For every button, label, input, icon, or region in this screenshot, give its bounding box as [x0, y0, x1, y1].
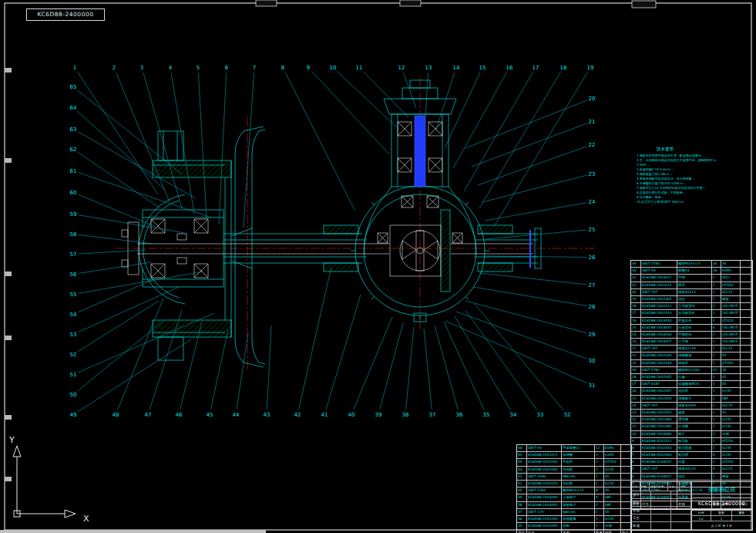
callout-number: 58	[70, 231, 77, 238]
bom-cell: 20	[631, 360, 641, 366]
bom-cell: 39	[517, 494, 527, 501]
callout-number: 33	[537, 412, 544, 418]
bom-cell: 螺栓M14×1.5	[677, 261, 712, 267]
bom-row: 33GB/T 93垫圈141665Mn	[631, 268, 752, 275]
callout-number: 63	[70, 127, 77, 133]
bom-cell: 15	[631, 396, 641, 402]
bom-cell: KC6D88-2402011	[641, 303, 677, 309]
bom-cell: 代号	[527, 530, 562, 533]
bom-cell: 08F	[721, 396, 741, 402]
bom-cell: 螺栓M12×40	[677, 367, 712, 373]
callout-number: 64	[70, 105, 77, 111]
leader-line	[337, 71, 399, 130]
cad-window: 1234567891011121314151617181920212223242…	[0, 0, 756, 533]
titleblock-roles: 设计校核审核工艺批准	[631, 491, 691, 530]
bom-cell: KC6D88-2401085	[641, 423, 677, 430]
titleblock-empty-cell	[651, 491, 671, 499]
bom-cell: KC6D88-2403021	[641, 275, 677, 281]
bom-cell: 油封	[677, 474, 712, 480]
bom-cell: 差速器壳	[677, 318, 712, 324]
titleblock-empty-cell	[651, 507, 671, 514]
bom-cell: 名称	[562, 530, 595, 533]
bom-row: 42GB/T 1096键8×40145	[517, 474, 631, 481]
bom-cell: KC6D88-2401015	[641, 282, 677, 288]
leader-line	[482, 175, 586, 202]
bom-cell: 65Mn	[604, 445, 621, 451]
bom-cell: Q235	[604, 516, 621, 522]
bom-cell: 主动锥齿轮	[677, 303, 712, 309]
leader-line	[78, 152, 160, 208]
bom-cell: 4	[712, 325, 721, 331]
bom-cell: 1	[712, 423, 721, 430]
leader-line	[78, 339, 191, 412]
leader-line	[326, 295, 361, 410]
bom-row: 26KC6D88-2403050差速器壳1QT420	[631, 318, 752, 325]
callout-number: 39	[375, 412, 382, 418]
leader-line	[78, 313, 214, 373]
bom-cell	[741, 459, 752, 465]
bom-row: 35KC6D88-2401095衬垫1石棉	[517, 523, 631, 530]
bom-cell: 14	[631, 403, 641, 409]
bom-cell: GB/T 297	[641, 289, 677, 295]
callout-number: 48	[113, 412, 119, 418]
bom-cell: 2	[712, 332, 721, 338]
leader-line	[425, 73, 428, 116]
leader-line	[475, 304, 564, 410]
bom-cell: 1	[712, 339, 721, 345]
leader-line	[78, 279, 154, 312]
callout-number: 59	[70, 211, 77, 218]
bom-cell: 20CrMnTi	[721, 339, 741, 345]
bom-cell: 橡胶	[721, 296, 741, 302]
titleblock-role: 设计	[631, 491, 651, 499]
parts-list-continuation: 46GB/T 93弹簧垫圈121265Mn45KC6D88-2401021加强圈…	[516, 444, 632, 533]
bom-cell	[621, 474, 631, 480]
leader-line	[198, 73, 207, 220]
bom-cell: GB/T 93	[527, 445, 562, 451]
bom-cell	[741, 466, 752, 472]
leader-line	[473, 287, 586, 305]
bom-cell: 油封座	[677, 388, 712, 394]
bom-cell: 半轴齿轮	[677, 332, 712, 338]
callout-number: 32	[564, 412, 571, 418]
callout-number: 2	[113, 65, 116, 71]
bom-cell: 5	[631, 466, 641, 472]
bom-cell: 2	[712, 474, 721, 480]
bom-cell	[741, 303, 752, 309]
callout-number: 46	[176, 412, 183, 418]
bom-cell: 轮毂	[677, 459, 712, 465]
callout-number: 16	[506, 65, 513, 71]
callout-number: 12	[398, 65, 405, 71]
leader-line	[299, 267, 331, 410]
bom-row: 7KC6D88-3502060制动蹄4Q235	[631, 452, 752, 459]
bom-cell: 11	[631, 423, 641, 430]
callout-number: 53	[70, 332, 77, 338]
note-line: 10.未注尺寸公差按GB/T 1804-m。	[637, 200, 717, 204]
bom-cell: KC6D88-2401030	[527, 459, 562, 465]
leader-line	[485, 203, 586, 221]
bom-cell: 序号	[517, 530, 527, 533]
bom-cell: KC6D88-2403050	[641, 318, 677, 324]
callout-number: 47	[145, 412, 152, 418]
ucs-y-label: Y	[8, 435, 15, 445]
bom-cell: KC6D88-3502060	[641, 452, 677, 458]
bom-cell: 销6×30	[562, 509, 595, 515]
leader-line	[79, 194, 156, 227]
callout-number: 55	[70, 292, 77, 298]
bom-cell	[741, 438, 752, 444]
bom-cell: 调整螺母	[677, 353, 712, 359]
bom-cell: 2	[712, 396, 721, 402]
bom-cell: 键8×40	[562, 474, 595, 480]
titleblock-empty-cell	[671, 514, 691, 522]
bom-cell	[741, 346, 752, 352]
bom-cell: 锁紧螺母M24	[677, 381, 712, 387]
bom-cell: 32	[631, 275, 641, 281]
bom-cell: 12	[712, 367, 721, 373]
bom-cell: 弹簧垫圈12	[562, 445, 595, 451]
bom-cell: 16	[712, 268, 721, 274]
bom-cell	[741, 360, 752, 366]
bom-cell: 44	[517, 459, 527, 465]
bom-cell	[741, 410, 752, 416]
callout-number: 51	[70, 372, 77, 378]
bom-cell	[741, 289, 752, 295]
callout-number: 28	[589, 304, 596, 310]
